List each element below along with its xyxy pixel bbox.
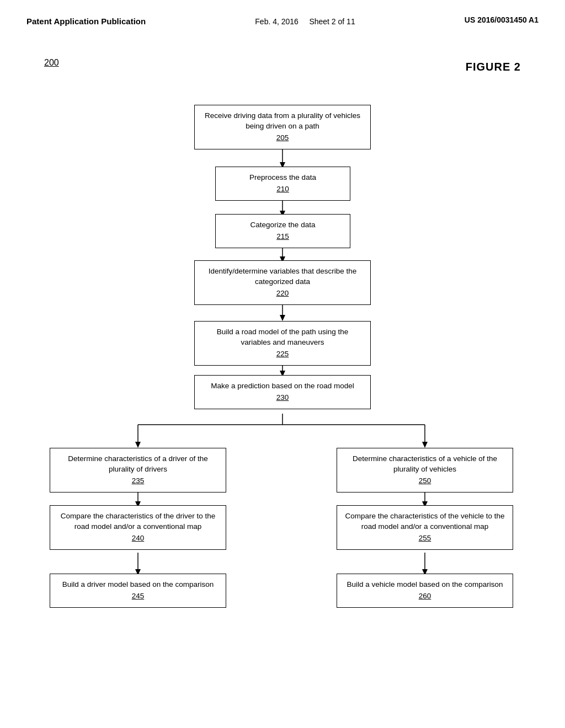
diagram-area: 200 FIGURE 2 bbox=[0, 28, 565, 700]
box-245: Build a driver model based on the compar… bbox=[50, 574, 226, 608]
box-215-text: Categorize the data bbox=[250, 221, 316, 229]
box-235: Determine characteristics of a driver of… bbox=[50, 448, 226, 493]
header-sheet: Sheet 2 of 11 bbox=[309, 17, 355, 26]
patent-number: US 2016/0031450 A1 bbox=[465, 15, 539, 24]
box-205-text: Receive driving data from a plurality of… bbox=[205, 111, 360, 130]
box-235-text: Determine characteristics of a driver of… bbox=[68, 454, 208, 473]
box-260-text: Build a vehicle model based on the compa… bbox=[347, 580, 503, 588]
box-230-num: 230 bbox=[202, 393, 363, 403]
box-240-text: Compare the characteristics of the drive… bbox=[61, 512, 216, 531]
box-220: Identify/determine variables that descri… bbox=[194, 260, 371, 305]
header-center: Feb. 4, 2016 Sheet 2 of 11 bbox=[255, 15, 355, 28]
box-230: Make a prediction based on the road mode… bbox=[194, 375, 371, 409]
box-210-text: Preprocess the data bbox=[249, 173, 316, 181]
svg-marker-15 bbox=[422, 442, 428, 448]
box-220-text: Identify/determine variables that descri… bbox=[209, 267, 357, 286]
page-header: Patent Application Publication Feb. 4, 2… bbox=[0, 0, 565, 28]
box-245-num: 245 bbox=[58, 591, 218, 602]
box-250: Determine characteristics of a vehicle o… bbox=[337, 448, 513, 493]
svg-marker-13 bbox=[135, 442, 141, 448]
box-255: Compare the characteristics of the vehic… bbox=[337, 505, 513, 550]
box-255-text: Compare the characteristics of the vehic… bbox=[345, 512, 505, 531]
diagram-number: 200 bbox=[44, 58, 59, 68]
box-225-text: Build a road model of the path using the… bbox=[217, 328, 349, 346]
box-250-text: Determine characteristics of a vehicle o… bbox=[353, 454, 497, 473]
box-260-num: 260 bbox=[345, 591, 505, 602]
header-date: Feb. 4, 2016 bbox=[255, 17, 299, 26]
box-240: Compare the characteristics of the drive… bbox=[50, 505, 226, 550]
box-260: Build a vehicle model based on the compa… bbox=[337, 574, 513, 608]
box-245-text: Build a driver model based on the compar… bbox=[62, 580, 214, 588]
box-230-text: Make a prediction based on the road mode… bbox=[211, 382, 354, 390]
box-225-num: 225 bbox=[202, 349, 363, 360]
box-250-num: 250 bbox=[345, 476, 505, 486]
box-215-num: 215 bbox=[223, 232, 342, 242]
svg-marker-7 bbox=[280, 315, 285, 321]
box-225: Build a road model of the path using the… bbox=[194, 321, 371, 366]
box-205-num: 205 bbox=[202, 133, 363, 143]
box-240-num: 240 bbox=[58, 533, 218, 544]
figure-label: FIGURE 2 bbox=[466, 61, 521, 73]
box-255-num: 255 bbox=[345, 533, 505, 544]
box-210-num: 210 bbox=[223, 184, 342, 195]
box-235-num: 235 bbox=[58, 476, 218, 486]
box-205: Receive driving data from a plurality of… bbox=[194, 105, 371, 149]
publication-label: Patent Application Publication bbox=[26, 15, 146, 27]
box-220-num: 220 bbox=[202, 288, 363, 299]
box-215: Categorize the data 215 bbox=[215, 214, 350, 248]
box-210: Preprocess the data 210 bbox=[215, 167, 350, 201]
